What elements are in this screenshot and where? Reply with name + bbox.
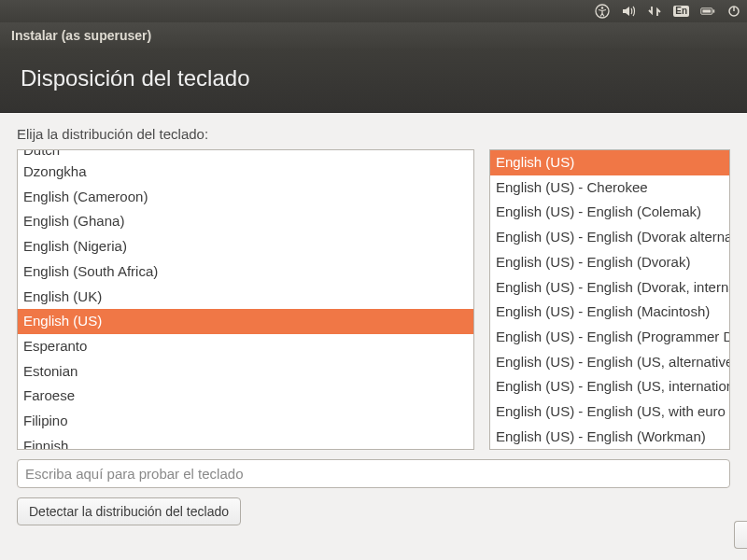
list-item[interactable]: English (Cameroon) xyxy=(18,185,473,210)
accessibility-icon[interactable] xyxy=(595,4,610,19)
keyboard-badge: En xyxy=(673,6,689,17)
list-item[interactable]: Faroese xyxy=(18,384,473,409)
window-title: Instalar (as superuser) xyxy=(11,28,151,43)
list-item[interactable]: English (US) - English (Colemak) xyxy=(490,200,729,225)
svg-rect-3 xyxy=(713,9,715,12)
detect-layout-button[interactable]: Detectar la distribución del teclado xyxy=(17,497,241,525)
list-item[interactable]: Estonian xyxy=(18,359,473,385)
list-item[interactable]: English (South Africa) xyxy=(18,259,473,285)
keyboard-test-input[interactable] xyxy=(17,459,730,488)
list-item[interactable]: English (US) - English (Macintosh) xyxy=(490,300,729,325)
list-item[interactable]: Filipino xyxy=(18,409,473,434)
list-item[interactable]: English (US) - English (Dvorak, internat… xyxy=(490,275,729,301)
list-item[interactable]: English (US) - Cherokee xyxy=(490,175,729,201)
lists-row: DutchDzongkhaEnglish (Cameroon)English (… xyxy=(17,149,730,450)
list-item[interactable]: English (US) - English (US, with euro on… xyxy=(490,399,729,425)
list-item[interactable]: English (US) xyxy=(490,150,729,175)
list-item[interactable]: English (US) - English (US, alternative … xyxy=(490,350,729,375)
keyboard-indicator-icon[interactable]: En xyxy=(673,6,689,17)
list-item[interactable]: English (US) - English (Dvorak alternati… xyxy=(490,225,729,250)
sound-icon[interactable] xyxy=(621,4,636,19)
list-item[interactable]: English (UK) xyxy=(18,285,473,310)
variants-listbox[interactable]: English (US)English (US) - CherokeeEngli… xyxy=(489,149,730,450)
nav-button-fragment[interactable] xyxy=(734,521,747,549)
list-item[interactable]: English (US) - English (Workman, interna… xyxy=(490,449,729,450)
list-item[interactable]: Dzongkha xyxy=(18,160,473,185)
list-item[interactable]: English (Nigeria) xyxy=(18,234,473,259)
layouts-listbox[interactable]: DutchDzongkhaEnglish (Cameroon)English (… xyxy=(17,149,474,450)
list-item[interactable]: English (Ghana) xyxy=(18,209,473,234)
list-item[interactable]: Esperanto xyxy=(18,334,473,359)
list-item[interactable]: English (US) - English (Dvorak) xyxy=(490,250,729,275)
list-item[interactable]: English (US) - English (US, internationa… xyxy=(490,374,729,399)
list-item[interactable]: English (US) - English (Workman) xyxy=(490,425,729,450)
prompt-label: Elija la distribución del teclado: xyxy=(17,126,730,142)
page-header: Disposición del teclado xyxy=(0,49,747,113)
svg-rect-4 xyxy=(702,9,711,12)
page-title: Disposición del teclado xyxy=(21,65,249,91)
content-area: Elija la distribución del teclado: Dutch… xyxy=(0,113,747,525)
list-item[interactable]: English (US) - English (Programmer Dvora… xyxy=(490,325,729,350)
list-item[interactable]: English (US) xyxy=(18,309,473,334)
list-item[interactable]: Dutch xyxy=(18,150,473,160)
svg-point-1 xyxy=(601,7,603,8)
battery-icon[interactable] xyxy=(700,4,715,19)
system-topbar: En xyxy=(0,0,747,22)
window-titlebar: Instalar (as superuser) xyxy=(0,22,747,49)
power-icon[interactable] xyxy=(726,4,741,19)
list-item[interactable]: Finnish xyxy=(18,434,473,450)
network-icon[interactable] xyxy=(647,4,662,19)
